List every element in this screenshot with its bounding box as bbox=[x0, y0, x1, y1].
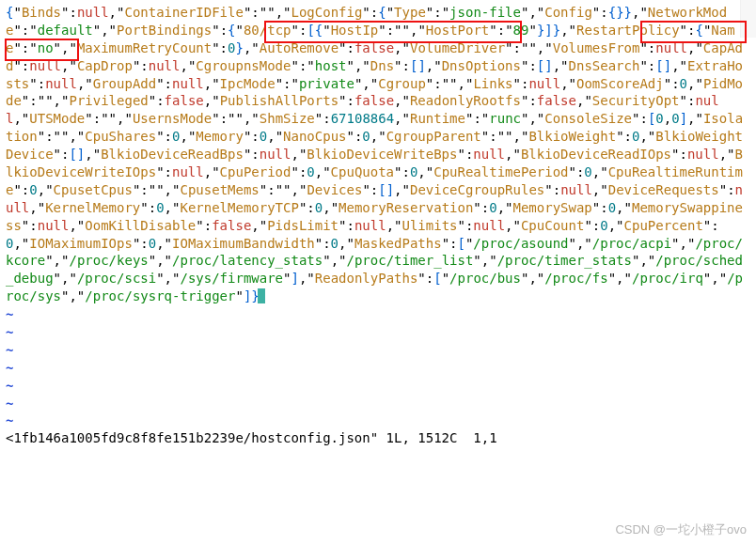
key-portbindings: PortBindings bbox=[117, 23, 212, 38]
vim-tilde: ~ bbox=[6, 342, 13, 357]
vim-tilde: ~ bbox=[6, 396, 13, 411]
key-binds: Binds bbox=[22, 5, 61, 20]
vim-tilde: ~ bbox=[6, 306, 13, 321]
cursor-block bbox=[258, 288, 265, 303]
key-hostport: HostPort bbox=[426, 23, 489, 38]
vim-tilde: ~ bbox=[6, 378, 13, 393]
value-89: 89 bbox=[513, 23, 529, 38]
scrollbar[interactable] bbox=[740, 0, 756, 38]
vim-editor[interactable]: {"Binds":null,"ContainerIDFile":"","LogC… bbox=[0, 0, 756, 447]
vim-tilde: ~ bbox=[6, 324, 13, 339]
vim-status-line: <1fb146a1005fd9c8f8fe151b2239e/hostconfi… bbox=[6, 430, 497, 445]
key-80tcp: 80/tcp bbox=[244, 23, 291, 38]
vim-tilde: ~ bbox=[6, 412, 13, 427]
watermark: CSDN @一坨小橙子ovo bbox=[615, 521, 747, 538]
vim-tilde: ~ bbox=[6, 360, 13, 375]
